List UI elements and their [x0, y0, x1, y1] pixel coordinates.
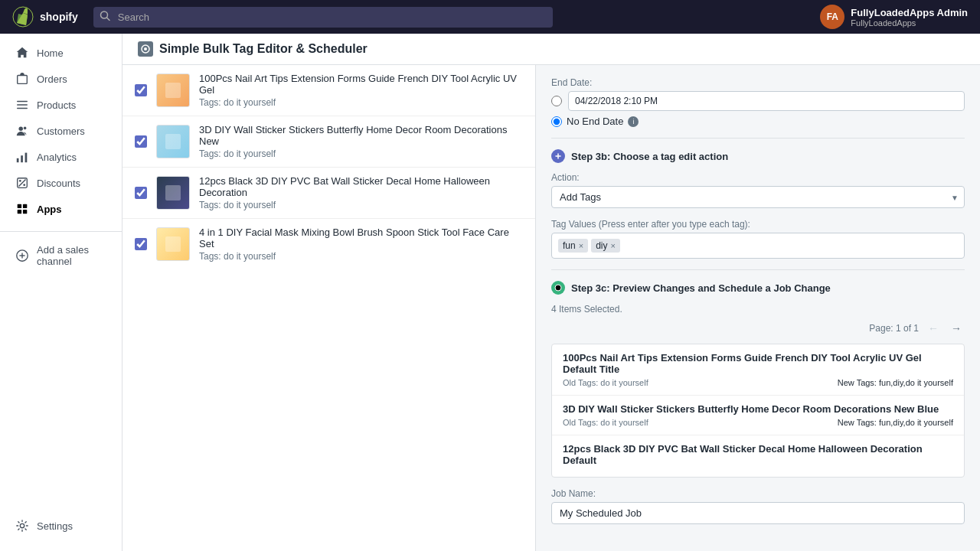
svg-line-2 — [106, 18, 109, 21]
items-selected: 4 Items Selected. — [551, 304, 965, 315]
add-sales-channel-label: Add a sales channel — [37, 244, 106, 267]
step3c-icon — [551, 281, 565, 295]
action-select-wrap[interactable]: Add Tags Remove Tags Replace Tags — [551, 186, 965, 208]
preview-item-2-old-tags: Old Tags: do it yourself — [563, 418, 648, 427]
right-panel: End Date: No End Date i — [536, 65, 980, 551]
tag-values-label: Tag Values (Press enter after you type e… — [551, 219, 965, 230]
preview-item-1-title: 100Pcs Nail Art Tips Extension Forms Gui… — [563, 352, 953, 375]
product-checkbox-4[interactable] — [135, 238, 147, 250]
svg-point-5 — [24, 127, 27, 130]
job-name-section: Job Name: — [551, 488, 965, 524]
svg-point-20 — [20, 523, 24, 527]
job-name-input[interactable] — [551, 502, 965, 524]
step3c-label: Step 3c: Preview Changes and Schedule a … — [571, 282, 831, 294]
search-icon — [100, 11, 110, 24]
no-end-date-label: No End Date — [567, 116, 623, 127]
product-img-2 — [156, 125, 190, 158]
svg-rect-13 — [18, 204, 21, 208]
svg-rect-26 — [165, 236, 181, 252]
search-input[interactable] — [93, 7, 553, 28]
user-store: FullyLoadedApps — [851, 18, 968, 28]
action-select[interactable]: Add Tags Remove Tags Replace Tags — [551, 186, 965, 208]
end-date-section: End Date: No End Date i — [551, 77, 965, 127]
product-checkbox-2[interactable] — [135, 135, 147, 148]
page-header: Simple Bulk Tag Editor & Scheduler — [122, 34, 980, 65]
step3b-header: Step 3b: Choose a tag edit action — [551, 149, 965, 163]
sidebar-label-analytics: Analytics — [37, 152, 77, 163]
preview-list: 100Pcs Nail Art Tips Extension Forms Gui… — [551, 344, 965, 478]
search-bar[interactable] — [93, 7, 553, 28]
svg-point-4 — [19, 127, 23, 131]
product-panel: 100Pcs Nail Art Tips Extension Forms Gui… — [122, 65, 536, 551]
pagination: Page: 1 of 1 ← → — [551, 321, 965, 336]
svg-rect-15 — [18, 210, 21, 214]
action-group: Action: Add Tags Remove Tags Replace Tag… — [551, 172, 965, 208]
product-checkbox-1[interactable] — [135, 84, 147, 96]
user-details: FullyLoadedApps Admin FullyLoadedApps — [851, 7, 968, 28]
sidebar-item-products[interactable]: Products — [3, 92, 119, 118]
end-date-radio[interactable] — [551, 96, 562, 106]
product-tags-1: Tags: do it yourself — [199, 97, 523, 108]
product-info-1: 100Pcs Nail Art Tips Extension Forms Gui… — [199, 73, 523, 108]
svg-rect-14 — [23, 204, 27, 208]
sidebar-item-apps[interactable]: Apps — [3, 196, 119, 222]
svg-rect-24 — [165, 134, 181, 149]
step3c-header: Step 3c: Preview Changes and Schedule a … — [551, 281, 965, 295]
next-page-button[interactable]: → — [948, 321, 965, 336]
svg-point-9 — [19, 180, 21, 182]
sidebar-label-discounts: Discounts — [37, 178, 80, 189]
sidebar-item-settings[interactable]: Settings — [3, 513, 119, 539]
sidebar-item-analytics[interactable]: Analytics — [3, 144, 119, 170]
product-tags-3: Tags: do it yourself — [199, 200, 523, 210]
svg-rect-16 — [23, 210, 27, 214]
page-title: Simple Bulk Tag Editor & Scheduler — [159, 42, 368, 56]
sidebar-item-add-sales-channel[interactable]: Add a sales channel — [3, 238, 119, 273]
product-img-1 — [156, 73, 190, 107]
preview-item-1: 100Pcs Nail Art Tips Extension Forms Gui… — [552, 344, 964, 396]
prev-page-button[interactable]: ← — [925, 321, 942, 336]
sidebar-label-home: Home — [37, 47, 64, 59]
pagination-text: Page: 1 of 1 — [869, 323, 919, 334]
product-tags-4: Tags: do it yourself — [199, 251, 523, 262]
sidebar-item-discounts[interactable]: Discounts — [3, 170, 119, 196]
svg-rect-23 — [165, 83, 181, 98]
topbar: shopify FA FullyLoadedApps Admin FullyLo… — [0, 0, 980, 34]
end-date-input[interactable] — [568, 91, 965, 111]
preview-item-1-new-tags: New Tags: fun,diy,do it yourself — [838, 378, 953, 387]
sidebar-item-orders[interactable]: Orders — [3, 66, 119, 92]
preview-item-2-title: 3D DIY Wall Sticker Stickers Butterfly H… — [563, 403, 953, 415]
remove-tag-fun[interactable]: × — [579, 241, 583, 250]
shopify-brand-text: shopify — [40, 11, 78, 23]
preview-item-1-old-tags: Old Tags: do it yourself — [563, 378, 648, 387]
product-info-4: 4 in 1 DIY Facial Mask Mixing Bowl Brush… — [199, 227, 523, 262]
remove-tag-diy[interactable]: × — [610, 241, 615, 250]
product-img-3 — [156, 176, 190, 210]
sidebar-item-customers[interactable]: Customers — [3, 118, 119, 144]
tag-input-area[interactable]: fun × diy × — [551, 233, 965, 259]
no-end-date-radio[interactable] — [551, 116, 562, 127]
tag-values-group: Tag Values (Press enter after you type e… — [551, 219, 965, 259]
product-item-1: 100Pcs Nail Art Tips Extension Forms Gui… — [122, 65, 535, 116]
svg-point-10 — [23, 184, 25, 186]
svg-rect-3 — [18, 76, 28, 84]
content-area: 100Pcs Nail Art Tips Extension Forms Gui… — [122, 65, 980, 551]
tag-chip-diy: diy × — [591, 239, 620, 253]
product-tags-2: Tags: do it yourself — [199, 148, 523, 159]
app-icon — [138, 41, 153, 57]
step3b-section: Step 3b: Choose a tag edit action Action… — [551, 149, 965, 259]
preview-item-3-title: 12pcs Black 3D DIY PVC Bat Wall Sticker … — [563, 443, 953, 466]
job-name-label: Job Name: — [551, 488, 965, 499]
product-item-3: 12pcs Black 3D DIY PVC Bat Wall Sticker … — [122, 168, 535, 219]
preview-item-2-tags: Old Tags: do it yourself New Tags: fun,d… — [563, 418, 953, 427]
product-item-2: 3D DIY Wall Sticker Stickers Butterfly H… — [122, 116, 535, 168]
svg-rect-25 — [165, 185, 181, 201]
product-checkbox-3[interactable] — [135, 187, 147, 199]
preview-item-2-new-tags: New Tags: fun,diy,do it yourself — [838, 418, 953, 427]
end-date-label: End Date: — [551, 77, 965, 88]
shopify-logo: shopify — [12, 6, 78, 28]
sidebar-item-home[interactable]: Home — [3, 40, 119, 66]
settings-label: Settings — [37, 520, 73, 532]
sidebar-label-products: Products — [37, 99, 76, 111]
action-label: Action: — [551, 172, 965, 183]
step3b-icon — [551, 149, 565, 163]
